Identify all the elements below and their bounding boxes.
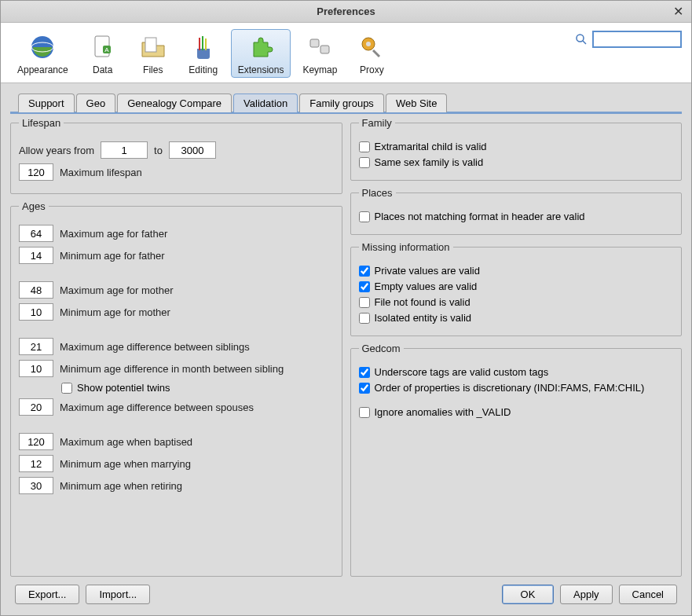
folder-icon [139,33,167,61]
tab-validation[interactable]: Validation [233,94,298,112]
gedcom-check-0[interactable] [359,367,370,378]
family-label-0: Extramarital child is valid [375,141,487,152]
allow-years-row: Allow years from to [19,141,334,159]
tool-proxy[interactable]: Proxy [349,29,394,78]
max-lifespan-input[interactable] [19,163,53,181]
twins-check-row: Show potentiel twins [61,382,334,394]
right-column: Family Extramarital child is valid Same … [350,117,683,577]
age-input[interactable] [19,477,53,494]
svg-point-13 [577,35,584,42]
twins-checkbox[interactable] [61,383,72,394]
search-area [575,31,682,48]
titlebar: Preferences ✕ [1,1,691,23]
tool-files[interactable]: Files [130,29,176,78]
age-input[interactable] [19,360,53,377]
tool-label: Editing [189,64,218,75]
ages-legend: Ages [19,200,49,212]
columns: Lifespan Allow years from to Maximum lif… [10,114,682,577]
close-icon[interactable]: ✕ [673,4,683,19]
tool-label: Extensions [238,64,284,75]
svg-point-12 [366,42,371,46]
age-input[interactable] [19,455,53,472]
tab-genealogy-compare[interactable]: Genealogy Compare [117,94,232,112]
family-label-1: Same sex family is valid [375,156,484,168]
age-input[interactable] [19,303,53,321]
age-label: Minimum age difference in month between … [60,363,284,375]
preferences-window: Preferences ✕ Appearance A Data Files Ed… [0,0,692,616]
age-input[interactable] [19,338,53,355]
places-check-0[interactable] [359,211,370,222]
gedcom-group: Gedcom Underscore tags are valid custom … [350,343,683,577]
tool-keymap[interactable]: Keymap [295,29,344,78]
brush-cup-icon [189,33,218,61]
missing-check-0[interactable] [359,266,370,277]
ok-button[interactable]: OK [502,585,554,604]
gedcom-check-2[interactable] [359,407,370,418]
lifespan-group: Lifespan Allow years from to Maximum lif… [10,117,342,194]
age-label: Maximum age for mother [60,284,174,296]
age-input[interactable] [19,433,53,450]
tab-web-site[interactable]: Web Site [386,94,448,112]
gedcom-label-0: Underscore tags are valid custom tags [375,366,549,378]
age-label: Maximum age difference between siblings [60,341,250,353]
document-icon: A [89,33,117,61]
tool-extensions[interactable]: Extensions [231,29,291,78]
max-lifespan-row: Maximum lifespan [19,163,334,181]
toolbar: Appearance A Data Files Editing Extensio… [1,23,691,83]
content-area: Support Geo Genealogy Compare Validation… [1,83,691,577]
missing-legend: Missing information [359,241,453,253]
age-input[interactable] [19,247,53,264]
svg-rect-9 [310,39,319,47]
missing-group: Missing information Private values are v… [350,241,683,336]
twins-label: Show potentiel twins [77,382,170,394]
ages-group: Ages Maximum age for father Minimum age … [10,200,342,577]
year-from-input[interactable] [101,141,148,159]
gedcom-check-1[interactable] [359,383,370,394]
gear-wrench-icon [357,33,386,61]
search-icon [575,33,588,46]
sub-tabs: Support Geo Genealogy Compare Validation… [10,93,682,114]
gedcom-label-1: Order of properties is discretionary (IN… [375,382,645,394]
tab-family-groups[interactable]: Family groups [299,94,384,112]
year-to-input[interactable] [169,141,216,159]
footer: Export... Import... OK Apply Cancel [1,577,691,615]
places-label-0: Places not matching format in header are… [375,211,585,222]
export-button[interactable]: Export... [15,585,79,604]
gedcom-legend: Gedcom [359,343,404,354]
age-input[interactable] [19,281,53,299]
family-check-0[interactable] [359,141,370,152]
missing-check-3[interactable] [359,313,370,324]
age-input[interactable] [19,225,53,242]
tool-label: Appearance [17,64,68,75]
lifespan-legend: Lifespan [19,117,64,129]
tab-geo[interactable]: Geo [76,94,116,112]
tab-support[interactable]: Support [18,94,75,112]
family-legend: Family [359,117,395,129]
family-check-1[interactable] [359,157,370,168]
search-input[interactable] [592,31,682,48]
apply-button[interactable]: Apply [560,585,613,604]
age-label: Maximum age for father [60,228,167,240]
toolbar-items: Appearance A Data Files Editing Extensio… [10,29,394,78]
svg-rect-10 [320,46,329,53]
tool-label: Data [93,64,112,75]
tool-appearance[interactable]: Appearance [10,29,75,78]
import-button[interactable]: Import... [86,585,150,604]
age-label: Maximum age difference between spouses [60,402,254,413]
tool-editing[interactable]: Editing [181,29,226,78]
tool-label: Proxy [360,64,384,75]
family-group: Family Extramarital child is valid Same … [350,117,683,181]
places-legend: Places [359,187,396,199]
age-input[interactable] [19,398,53,416]
missing-check-1[interactable] [359,281,370,292]
age-label: Maximum age when baptised [60,436,192,448]
allow-from-label: Allow years from [19,145,94,156]
age-label: Minimum age when marrying [60,458,191,470]
max-lifespan-label: Maximum lifespan [60,167,142,178]
tool-label: Keymap [302,64,337,75]
missing-check-2[interactable] [359,297,370,308]
cancel-button[interactable]: Cancel [619,585,677,604]
tool-data[interactable]: A Data [80,29,126,78]
svg-rect-6 [199,38,200,50]
left-column: Lifespan Allow years from to Maximum lif… [10,117,342,577]
